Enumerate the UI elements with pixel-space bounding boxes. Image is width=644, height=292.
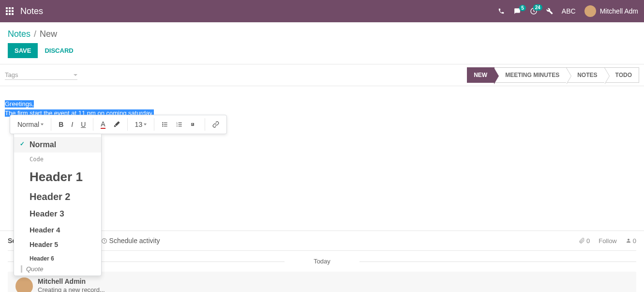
action-row: SAVE DISCARD <box>0 43 644 64</box>
form-header: Tags NEW MEETING MINUTES NOTES TODO <box>0 64 644 86</box>
chatter-message: Mitchell Admin Creating a new record... <box>8 272 636 292</box>
breadcrumb-root[interactable]: Notes <box>8 29 30 39</box>
svg-point-2 <box>162 124 163 125</box>
underline-button[interactable]: U <box>77 119 89 130</box>
dd-normal[interactable]: Normal <box>14 137 101 153</box>
svg-rect-5 <box>164 124 167 124</box>
discard-button[interactable]: DISCARD <box>45 47 73 54</box>
svg-rect-12 <box>179 126 182 126</box>
attachments-button[interactable]: 0 <box>579 237 590 245</box>
dd-h6[interactable]: Header 6 <box>14 252 101 265</box>
message-user: Mitchell Admin <box>38 277 105 285</box>
paperclip-icon <box>579 238 585 244</box>
ordered-list-button[interactable]: 123 <box>173 119 186 130</box>
messages-badge: 5 <box>519 5 526 11</box>
topbar: Notes 5 24 ABC Mitchell Adm <box>0 0 644 22</box>
chatter-actions: Send message Log note Schedule activity … <box>8 237 636 251</box>
breadcrumb-separator: / <box>34 29 36 39</box>
messages-icon[interactable]: 5 <box>513 8 521 15</box>
schedule-activity-button[interactable]: Schedule activity <box>101 237 160 245</box>
chatter-today-separator: Today <box>8 258 636 265</box>
dd-h1[interactable]: Header 1 <box>14 166 101 188</box>
breadcrumb-current: New <box>40 29 57 39</box>
user-menu[interactable]: Mitchell Adm <box>584 5 638 17</box>
link-button[interactable] <box>209 119 223 130</box>
apps-menu-icon[interactable] <box>6 7 14 15</box>
chevron-down-icon <box>41 123 44 125</box>
highlight-button[interactable] <box>110 119 123 130</box>
tags-field[interactable]: Tags <box>5 70 77 80</box>
status-todo[interactable]: TODO <box>605 67 639 83</box>
style-dropdown: Normal Code Header 1 Header 2 Header 3 H… <box>14 134 102 276</box>
clock-icon <box>101 238 107 244</box>
italic-button[interactable]: I <box>68 119 76 130</box>
message-body: Creating a new record... <box>38 286 105 292</box>
status-meeting-minutes[interactable]: MEETING MINUTES <box>494 67 567 83</box>
dd-h3[interactable]: Header 3 <box>14 206 101 222</box>
svg-point-3 <box>162 125 163 126</box>
chevron-down-icon <box>144 123 147 125</box>
save-button[interactable]: SAVE <box>8 43 38 58</box>
tags-placeholder: Tags <box>5 71 18 78</box>
activities-badge: 24 <box>533 4 542 11</box>
statusbar: NEW MEETING MINUTES NOTES TODO <box>467 67 639 83</box>
status-notes[interactable]: NOTES <box>567 67 604 83</box>
status-new[interactable]: NEW <box>467 67 494 83</box>
phone-icon[interactable] <box>498 8 505 15</box>
app-title: Notes <box>20 6 43 16</box>
username: Mitchell Adm <box>600 7 638 15</box>
unordered-list-button[interactable] <box>158 119 172 130</box>
company-name[interactable]: ABC <box>562 7 576 15</box>
checklist-button[interactable] <box>187 119 201 130</box>
bold-button[interactable]: B <box>55 119 67 130</box>
font-size-select[interactable]: 13 <box>132 119 150 130</box>
avatar <box>584 5 596 17</box>
dd-h4[interactable]: Header 4 <box>14 222 101 237</box>
style-select[interactable]: Normal <box>14 119 47 130</box>
debug-tools-icon[interactable] <box>546 8 553 15</box>
svg-rect-4 <box>164 123 167 123</box>
dd-quote[interactable]: Quote <box>21 265 101 273</box>
editor-line-1: Greetings, <box>5 100 34 108</box>
svg-point-1 <box>162 122 163 123</box>
editor-toolbar: Normal B I U A 13 123 <box>10 115 227 134</box>
activities-icon[interactable]: 24 <box>530 7 538 15</box>
svg-text:3: 3 <box>177 125 178 127</box>
followers-button[interactable]: 0 <box>626 237 636 245</box>
svg-rect-10 <box>179 123 182 123</box>
follow-button[interactable]: Follow <box>599 237 617 245</box>
chevron-down-icon <box>74 74 77 76</box>
dd-h5[interactable]: Header 5 <box>14 237 101 252</box>
dd-code[interactable]: Code <box>14 153 101 166</box>
breadcrumb: Notes / New <box>0 22 644 43</box>
svg-rect-6 <box>164 126 167 126</box>
svg-rect-11 <box>179 124 182 124</box>
message-avatar <box>15 277 33 292</box>
text-color-button[interactable]: A <box>97 118 108 131</box>
user-icon <box>626 238 631 244</box>
dd-h2[interactable]: Header 2 <box>14 188 101 206</box>
